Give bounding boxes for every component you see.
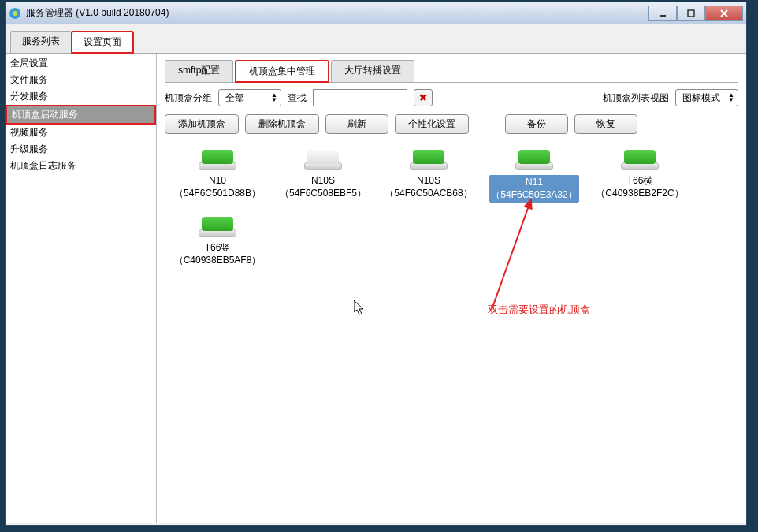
filter-row: 机顶盒分组 全部 ▲▼ 查找 ✖ 机顶盒列表视图 图标模式 ▲▼ xyxy=(165,89,738,106)
group-label: 机顶盒分组 xyxy=(165,91,212,105)
tab-label: 设置页面 xyxy=(84,36,121,47)
sidebar-item-label: 升级服务 xyxy=(10,143,48,154)
stb-item[interactable]: T66横（C40938EB2F2C） xyxy=(590,147,689,207)
stb-caption: N10（54F6C501D88B） xyxy=(174,175,261,199)
sidebar-item-label: 机顶盒启动服务 xyxy=(12,109,78,120)
annotation-text: 双击需要设置的机顶盒 xyxy=(488,303,590,317)
window-controls xyxy=(648,6,743,21)
restore-button[interactable]: 恢复 xyxy=(574,114,637,134)
sidebar-item-file[interactable]: 文件服务 xyxy=(6,72,156,88)
content-area: 全局设置 文件服务 分发服务 机顶盒启动服务 视频服务 升级服务 机顶盒日志服务… xyxy=(6,54,746,523)
sidebar-item-label: 分发服务 xyxy=(10,91,48,102)
view-label: 机顶盒列表视图 xyxy=(603,91,669,105)
sidebar-item-label: 全局设置 xyxy=(10,58,48,69)
minimize-button[interactable] xyxy=(648,6,677,21)
stb-item[interactable]: T66竖（C40938EB5AF8） xyxy=(168,214,267,271)
stb-item[interactable]: N10（54F6C501D88B） xyxy=(168,147,267,207)
btn-label: 备份 xyxy=(527,118,546,129)
stb-caption: T66横（C40938EB2F2C） xyxy=(596,175,683,199)
disk-icon xyxy=(304,150,342,170)
sidebar-item-distribute[interactable]: 分发服务 xyxy=(6,88,156,105)
clear-search-button[interactable]: ✖ xyxy=(414,89,433,106)
stb-caption: N10S（54F6C508EBF5） xyxy=(280,175,366,199)
sidebar: 全局设置 文件服务 分发服务 机顶盒启动服务 视频服务 升级服务 机顶盒日志服务 xyxy=(6,54,157,523)
sidebar-item-label: 视频服务 xyxy=(10,127,48,138)
maximize-button[interactable] xyxy=(677,6,705,21)
spinner-icon: ▲▼ xyxy=(271,93,277,102)
disk-icon xyxy=(199,217,236,237)
subtab-label: 机顶盒集中管理 xyxy=(249,65,315,76)
view-value: 图标模式 xyxy=(682,91,720,105)
subtab-label: 大厅转播设置 xyxy=(344,65,401,76)
titlebar: 服务管理器 (V1.0 build 20180704) xyxy=(6,2,746,24)
stb-caption: N11（54F6C50E3A32） xyxy=(489,175,578,203)
disk-icon xyxy=(621,150,659,170)
top-tabs: 服务列表 设置页面 xyxy=(6,28,746,54)
disk-icon xyxy=(410,150,448,170)
svg-rect-3 xyxy=(688,10,694,17)
disk-icon xyxy=(515,150,553,170)
custom-button[interactable]: 个性化设置 xyxy=(395,114,469,134)
disk-icon xyxy=(199,150,236,170)
subtab-lobby[interactable]: 大厅转播设置 xyxy=(331,60,414,82)
search-label: 查找 xyxy=(288,91,307,105)
sidebar-item-global[interactable]: 全局设置 xyxy=(6,55,156,72)
add-stb-button[interactable]: 添加机顶盒 xyxy=(165,114,239,134)
stb-item[interactable]: N10S（54F6C508EBF5） xyxy=(273,147,373,207)
stb-caption: T66竖（C40938EB5AF8） xyxy=(174,242,262,266)
tab-settings-page[interactable]: 设置页面 xyxy=(71,31,134,54)
maximize-icon xyxy=(687,9,695,17)
tab-label: 服务列表 xyxy=(22,35,60,47)
cursor-icon xyxy=(354,300,368,318)
close-icon xyxy=(719,9,729,17)
window-title: 服务管理器 (V1.0 build 20180704) xyxy=(26,6,648,20)
stb-caption: N10S（54F6C50ACB68） xyxy=(385,175,472,199)
stb-item[interactable]: N10S（54F6C50ACB68） xyxy=(379,147,478,207)
refresh-button[interactable]: 刷新 xyxy=(325,114,388,134)
btn-label: 恢复 xyxy=(596,118,615,129)
sidebar-item-upgrade[interactable]: 升级服务 xyxy=(6,141,156,158)
delete-stb-button[interactable]: 删除机顶盒 xyxy=(245,114,319,134)
sidebar-item-stb-boot[interactable]: 机顶盒启动服务 xyxy=(6,105,156,125)
app-icon xyxy=(9,7,21,20)
sidebar-item-video[interactable]: 视频服务 xyxy=(6,125,156,141)
sidebar-item-stb-log[interactable]: 机顶盒日志服务 xyxy=(6,158,156,174)
view-select[interactable]: 图标模式 ▲▼ xyxy=(675,89,738,106)
group-select[interactable]: 全部 ▲▼ xyxy=(218,89,281,106)
close-button[interactable] xyxy=(705,6,743,21)
sidebar-item-label: 机顶盒日志服务 xyxy=(10,160,76,171)
main-panel: smftp配置 机顶盒集中管理 大厅转播设置 机顶盒分组 全部 ▲▼ 查找 ✖ … xyxy=(157,54,746,523)
btn-label: 添加机顶盒 xyxy=(178,118,225,129)
sub-tabs: smftp配置 机顶盒集中管理 大厅转播设置 xyxy=(165,60,738,83)
btn-label: 刷新 xyxy=(347,118,366,129)
sidebar-item-label: 文件服务 xyxy=(10,74,48,85)
subtab-label: smftp配置 xyxy=(178,65,220,76)
button-row: 添加机顶盒 删除机顶盒 刷新 个性化设置 备份 恢复 xyxy=(165,114,738,134)
stb-item[interactable]: N11（54F6C50E3A32） xyxy=(485,147,584,207)
cross-icon: ✖ xyxy=(419,92,427,103)
group-value: 全部 xyxy=(225,91,244,105)
subtab-stb-manage[interactable]: 机顶盒集中管理 xyxy=(235,60,329,83)
app-window: 服务管理器 (V1.0 build 20180704) 服务列表 设置页面 全局… xyxy=(5,2,747,526)
spinner-icon: ▲▼ xyxy=(728,93,734,102)
minimize-icon xyxy=(659,9,667,17)
stb-grid: N10（54F6C501D88B）N10S（54F6C508EBF5）N10S（… xyxy=(165,142,738,276)
btn-label: 个性化设置 xyxy=(408,118,455,129)
subtab-smftp[interactable]: smftp配置 xyxy=(165,60,233,82)
search-input[interactable] xyxy=(313,89,407,106)
btn-label: 删除机顶盒 xyxy=(258,118,306,129)
backup-button[interactable]: 备份 xyxy=(505,114,568,134)
tab-service-list[interactable]: 服务列表 xyxy=(10,31,72,53)
svg-point-1 xyxy=(13,11,17,16)
